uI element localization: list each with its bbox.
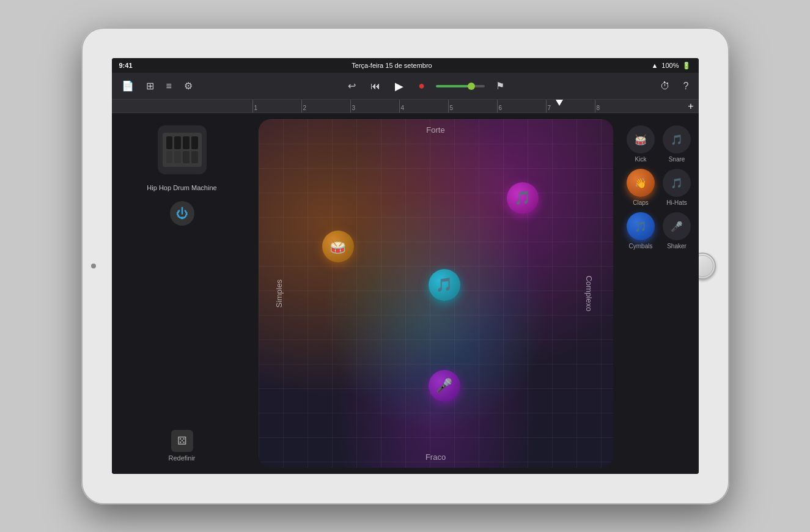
clock-button[interactable]: ⏱: [657, 78, 674, 94]
snare-pad[interactable]: 🎵: [663, 125, 691, 153]
ruler-mark-7: 7: [546, 100, 595, 113]
ruler-mark-5: 5: [448, 100, 497, 113]
beat-pad[interactable]: Forte Fraco Simples Complexo 🥁 🎵 🎵: [259, 119, 613, 468]
snare-label: Snare: [669, 156, 685, 163]
sound-item-cymbals: 🎵 Cymbals: [625, 212, 657, 249]
sound-row-2: 👋 Claps 🎵 Hi-Hats: [625, 169, 693, 206]
label-forte: Forte: [426, 125, 444, 135]
snare-icon: 🎵: [671, 134, 683, 146]
status-time: 9:41: [119, 62, 133, 69]
sound-row-1: 🥁 Kick 🎵 Snare: [625, 125, 693, 163]
sound-item-snare: 🎵 Snare: [661, 125, 693, 163]
cymbals-label: Cymbals: [629, 243, 653, 249]
play-button[interactable]: ▶: [391, 77, 407, 95]
status-bar: 9:41 Terça-feira 15 de setembro ▲ 100% 🔋: [112, 58, 699, 73]
mixer-button[interactable]: ⚙: [180, 78, 196, 94]
bubble-clap[interactable]: 🎵: [507, 182, 539, 214]
hihat-icon: 🎵: [436, 277, 452, 293]
transport-controls: ↩ ⏮ ▶ ● ⚑: [344, 77, 508, 95]
rewind-button[interactable]: ⏮: [367, 78, 384, 94]
status-right: ▲ 100% 🔋: [651, 62, 691, 70]
playhead-triangle: [556, 100, 563, 106]
kick-label: Kick: [635, 156, 647, 163]
drum-icon: 🥁: [330, 238, 346, 254]
new-document-button[interactable]: 📄: [118, 78, 138, 94]
ruler-mark-4: 4: [399, 100, 448, 113]
volume-slider[interactable]: [436, 85, 485, 87]
right-panel: 🥁 Kick 🎵 Snare 👋: [619, 113, 699, 474]
label-simples: Simples: [274, 279, 283, 308]
instrument-name: Hip Hop Drum Machine: [147, 184, 216, 191]
wifi-icon: ▲: [651, 62, 658, 69]
metronome-button[interactable]: ⚑: [492, 78, 508, 94]
claps-label: Claps: [633, 199, 649, 206]
hihats-pad[interactable]: 🎵: [663, 169, 691, 197]
hihats-label: Hi-Hats: [666, 199, 687, 206]
ipad-frame: 9:41 Terça-feira 15 de setembro ▲ 100% 🔋…: [81, 28, 729, 504]
toolbar-right: ⏱ ?: [657, 78, 693, 94]
beat-pad-container[interactable]: Forte Fraco Simples Complexo 🥁 🎵 🎵: [252, 113, 619, 474]
power-button[interactable]: ⏻: [170, 201, 194, 226]
ruler-mark-1: 1: [252, 100, 301, 113]
battery-icon: 🔋: [682, 62, 691, 70]
ruler-mark-6: 6: [497, 100, 546, 113]
ruler-marks: 1 2 3 4 5 6 7 8: [252, 100, 683, 113]
undo-button[interactable]: ↩: [344, 78, 359, 94]
sound-item-claps: 👋 Claps: [625, 169, 657, 206]
power-icon: ⏻: [176, 207, 188, 221]
volume-knob[interactable]: [468, 83, 475, 90]
sound-item-hihats: 🎵 Hi-Hats: [661, 169, 693, 206]
sound-item-shaker: 🎤 Shaker: [661, 212, 693, 249]
cymbals-pad[interactable]: 🎵: [627, 212, 655, 240]
cymbals-icon: 🎵: [635, 221, 647, 232]
ruler-mark-2: 2: [301, 100, 350, 113]
claps-pad[interactable]: 👋: [627, 169, 655, 197]
list-view-button[interactable]: ≡: [163, 78, 175, 94]
label-complexo: Complexo: [584, 276, 594, 312]
sound-row-3: 🎵 Cymbals 🎤 Shaker: [625, 212, 693, 249]
drum-machine-graphic: [163, 133, 202, 167]
claps-icon: 👋: [635, 177, 647, 189]
ruler-mark-3: 3: [350, 100, 399, 113]
status-date: Terça-feira 15 de setembro: [352, 62, 432, 69]
bubble-hihat[interactable]: 🎵: [429, 269, 460, 301]
hihats-icon: 🎵: [671, 177, 683, 189]
clap-icon: 🎵: [514, 190, 531, 206]
vocal-icon: 🎤: [436, 378, 452, 394]
reset-icon: ⚄: [171, 430, 193, 452]
shaker-icon: 🎤: [671, 221, 683, 232]
toolbar: 📄 ⊞ ≡ ⚙ ↩ ⏮ ▶ ● ⚑ ⏱ ?: [112, 73, 699, 100]
bubble-drum[interactable]: 🥁: [322, 231, 354, 262]
kick-pad[interactable]: 🥁: [627, 125, 655, 153]
sound-item-kick: 🥁 Kick: [625, 125, 657, 163]
help-button[interactable]: ?: [680, 78, 693, 94]
ipad-screen: 9:41 Terça-feira 15 de setembro ▲ 100% 🔋…: [112, 58, 699, 474]
main-content: Hip Hop Drum Machine ⏻ ⚄ Redefinir Forte…: [112, 113, 699, 474]
timeline-ruler: 1 2 3 4 5 6 7 8 +: [112, 100, 699, 113]
label-fraco: Fraco: [425, 453, 446, 462]
kick-icon: 🥁: [635, 134, 647, 146]
shaker-pad[interactable]: 🎤: [663, 212, 691, 240]
record-button[interactable]: ●: [414, 77, 429, 95]
ruler-mark-8: 8: [595, 100, 644, 113]
instrument-icon[interactable]: [158, 125, 207, 174]
left-sidebar: Hip Hop Drum Machine ⏻ ⚄ Redefinir: [112, 113, 252, 474]
bubble-vocal[interactable]: 🎤: [429, 370, 460, 402]
add-track-button[interactable]: +: [683, 101, 698, 112]
shaker-label: Shaker: [667, 243, 687, 249]
reset-button[interactable]: ⚄ Redefinir: [168, 430, 195, 462]
view-toggle-button[interactable]: ⊞: [142, 78, 158, 94]
battery-label: 100%: [661, 62, 679, 69]
side-camera: [91, 264, 96, 268]
reset-label: Redefinir: [168, 454, 195, 462]
playhead: [556, 100, 563, 113]
